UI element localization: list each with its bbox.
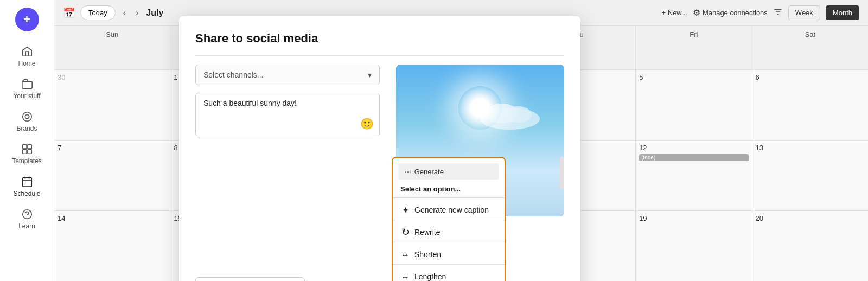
folder-icon (21, 78, 33, 90)
svg-point-8 (22, 210, 31, 219)
svg-rect-4 (27, 145, 31, 149)
shorten-icon: ↔ (400, 250, 410, 259)
sidebar-item-label-learn: Learn (18, 222, 35, 230)
caption-textarea[interactable]: Such a beautiful sunny day! 🙂 (195, 93, 380, 136)
sidebar: + Home Your stuff Brands Templates Sched… (0, 0, 54, 281)
manage-connections-button[interactable]: ⚙ Manage connections (693, 8, 768, 18)
sidebar-item-label-templates: Templates (12, 157, 42, 165)
svg-rect-7 (22, 178, 31, 187)
today-button[interactable]: Today (80, 5, 116, 20)
calendar-cell-12[interactable]: 12(tone) (636, 140, 751, 210)
logo-button[interactable]: + (15, 8, 39, 31)
channel-select[interactable]: Select channels... ▾ (195, 65, 380, 85)
filter-button[interactable] (773, 7, 783, 18)
sidebar-item-schedule[interactable]: Schedule (0, 170, 54, 203)
generate-caption-icon: ✦ (400, 205, 410, 215)
modal-divider (195, 55, 564, 56)
svg-rect-3 (22, 145, 26, 149)
svg-point-11 (505, 106, 532, 123)
svg-point-1 (22, 112, 31, 122)
cloud-graphic (477, 97, 542, 130)
day-header-sun: Sun (54, 26, 170, 69)
calendar-cell-20[interactable]: 20 (752, 211, 868, 281)
sidebar-item-label-home: Home (18, 60, 35, 67)
filter-icon (773, 7, 783, 17)
sidebar-item-brands[interactable]: Brands (0, 105, 54, 138)
calendar-cell-30[interactable]: 30 (54, 70, 170, 140)
lengthen-label: Lengthen (414, 272, 446, 281)
calendar-cell-6[interactable]: 6 (752, 70, 868, 140)
week-view-button[interactable]: Week (788, 5, 820, 20)
chevron-down-icon: ▾ (368, 71, 372, 79)
modal-bottom: 27/07/2024 15:45 📅 🔁 Save as draft ℹ (195, 277, 380, 281)
sidebar-item-templates[interactable]: Templates (0, 138, 54, 170)
learn-icon (21, 208, 33, 220)
calendar-cell-7[interactable]: 7 (54, 140, 170, 210)
rewrite-item[interactable]: ↻ Rewrite (393, 222, 505, 242)
popup-divider-4 (393, 264, 505, 265)
calendar-icon: 📅 (63, 7, 75, 19)
popup-divider-1 (393, 197, 505, 198)
gear-icon: ⚙ (693, 8, 700, 18)
schedule-icon (21, 176, 33, 188)
svg-point-2 (25, 114, 29, 118)
popup-divider-2 (393, 220, 505, 220)
calendar-cell-14[interactable]: 14 (54, 211, 170, 281)
generate-button[interactable]: ··· Generate (398, 163, 499, 180)
day-header-fri: Fri (636, 26, 751, 69)
month-label: July (146, 8, 163, 18)
new-button[interactable]: + New... (662, 9, 687, 17)
home-icon (21, 46, 33, 58)
generate-popup: ··· Generate Select an option... ✦ Gener… (392, 157, 506, 281)
prev-month-button[interactable]: ‹ (121, 8, 128, 18)
calendar-cell-5[interactable]: 5 (636, 70, 751, 140)
dots-icon: ··· (405, 167, 411, 176)
svg-rect-5 (22, 150, 26, 154)
svg-rect-0 (22, 81, 31, 88)
day-header-sat: Sat (752, 26, 868, 69)
date-input[interactable]: 27/07/2024 15:45 📅 (195, 277, 305, 281)
generate-new-caption-item[interactable]: ✦ Generate new caption (393, 200, 505, 220)
channel-placeholder: Select channels... (203, 71, 264, 79)
next-month-button[interactable]: › (133, 8, 141, 18)
modal-title: Share to social media (195, 31, 564, 46)
sidebar-item-home[interactable]: Home (0, 40, 54, 73)
shorten-label: Shorten (414, 250, 441, 259)
generate-btn-label: Generate (414, 168, 444, 176)
calendar-cell-19[interactable]: 19 (636, 211, 751, 281)
select-option-label: Select an option... (393, 185, 505, 197)
lengthen-icon: ↔ (400, 272, 410, 281)
sidebar-item-learn[interactable]: Learn (0, 203, 54, 235)
templates-icon (21, 143, 33, 155)
scrollbar[interactable] (560, 157, 564, 189)
calendar-cell-13[interactable]: 13 (752, 140, 868, 210)
rewrite-label: Rewrite (414, 228, 440, 237)
share-modal: Share to social media Select channels...… (179, 16, 580, 281)
manage-connections-label: Manage connections (703, 9, 768, 17)
sidebar-item-label-your-stuff: Your stuff (13, 92, 40, 100)
brands-icon (21, 111, 33, 123)
sidebar-item-label-brands: Brands (16, 125, 37, 132)
shorten-item[interactable]: ↔ Shorten (393, 245, 505, 264)
sidebar-item-your-stuff[interactable]: Your stuff (0, 73, 54, 105)
popup-divider-3 (393, 242, 505, 242)
lengthen-item[interactable]: ↔ Lengthen (393, 267, 505, 281)
rewrite-icon: ↻ (400, 227, 410, 237)
emoji-button[interactable]: 🙂 (360, 117, 374, 130)
sidebar-item-label-schedule: Schedule (13, 190, 40, 197)
svg-rect-6 (27, 150, 31, 154)
caption-text: Such a beautiful sunny day! (203, 99, 372, 107)
generate-new-label: Generate new caption (414, 206, 489, 214)
month-view-button[interactable]: Month (826, 5, 859, 20)
